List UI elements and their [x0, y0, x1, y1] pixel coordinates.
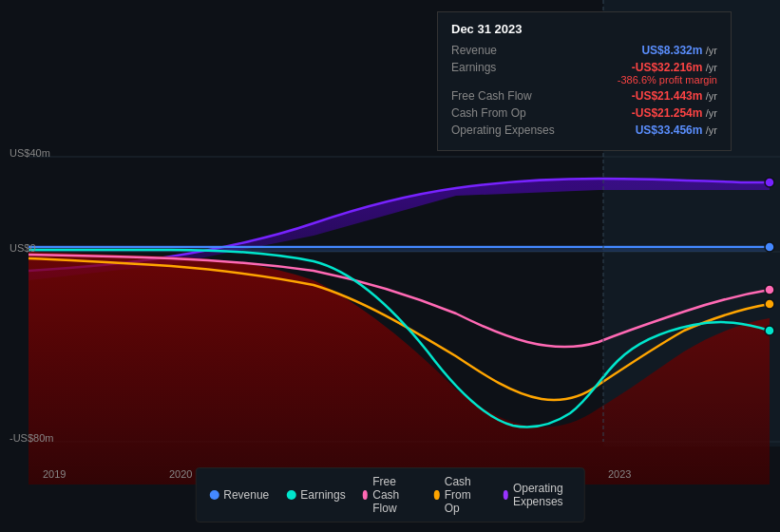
tooltip-box: Dec 31 2023 Revenue US$8.332m /yr Earnin… [437, 11, 732, 151]
tooltip-label-fcf: Free Cash Flow [451, 89, 565, 103]
legend-dot-earnings [286, 490, 295, 500]
svg-point-6 [765, 178, 774, 187]
tooltip-row-cashfromop: Cash From Op -US$21.254m /yr [451, 106, 717, 120]
x-label-2023: 2023 [608, 468, 631, 480]
tooltip-date: Dec 31 2023 [451, 22, 717, 36]
svg-point-10 [765, 326, 774, 335]
svg-point-8 [765, 299, 774, 309]
tooltip-row-fcf: Free Cash Flow -US$21.443m /yr [451, 89, 717, 103]
legend-dot-revenue [209, 490, 219, 500]
tooltip-row-earnings: Earnings -US$32.216m /yr -386.6% profit … [451, 61, 717, 86]
tooltip-label-revenue: Revenue [451, 44, 565, 57]
svg-point-9 [765, 285, 774, 294]
x-label-2019: 2019 [43, 468, 66, 480]
tooltip-value-revenue: US$8.332m /yr [641, 44, 717, 57]
tooltip-row-revenue: Revenue US$8.332m /yr [451, 44, 717, 57]
legend: Revenue Earnings Free Cash Flow Cash Fro… [195, 467, 585, 522]
tooltip-label-opexp: Operating Expenses [451, 124, 565, 137]
legend-item-revenue[interactable]: Revenue [209, 488, 269, 502]
tooltip-value-earnings: -US$32.216m /yr [632, 61, 717, 74]
legend-label-cashfromop: Cash From Op [445, 475, 486, 515]
tooltip-value-opexp: US$33.456m /yr [636, 124, 717, 137]
legend-label-revenue: Revenue [223, 488, 269, 502]
legend-dot-opexp [503, 490, 508, 500]
tooltip-sub-earnings: -386.6% profit margin [618, 74, 717, 86]
y-label-mid: US$0 [10, 242, 36, 254]
legend-dot-cashfromop [434, 490, 440, 500]
y-label-bot: -US$80m [10, 432, 53, 444]
x-label-2020: 2020 [169, 468, 192, 480]
y-label-top: US$40m [10, 147, 50, 159]
tooltip-value-fcf: -US$21.443m /yr [632, 89, 717, 103]
legend-dot-fcf [363, 490, 369, 500]
legend-item-cashfromop[interactable]: Cash From Op [434, 475, 485, 515]
svg-point-7 [765, 242, 774, 252]
legend-item-opexp[interactable]: Operating Expenses [503, 482, 570, 508]
legend-label-earnings: Earnings [300, 488, 345, 502]
tooltip-label-cashfromop: Cash From Op [451, 106, 565, 120]
tooltip-value-cashfromop: -US$21.254m /yr [632, 106, 717, 120]
legend-item-fcf[interactable]: Free Cash Flow [363, 475, 418, 515]
tooltip-row-opexp: Operating Expenses US$33.456m /yr [451, 124, 717, 137]
tooltip-label-earnings: Earnings [451, 61, 565, 74]
legend-item-earnings[interactable]: Earnings [286, 488, 345, 502]
chart-container: US$40m US$0 -US$80m 2019 2020 2021 2022 … [0, 0, 780, 532]
legend-label-fcf: Free Cash Flow [372, 475, 417, 515]
legend-label-opexp: Operating Expenses [513, 482, 571, 508]
